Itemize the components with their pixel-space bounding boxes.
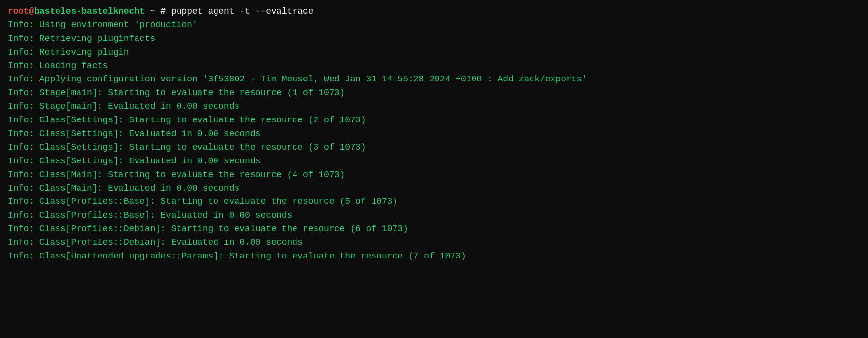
prompt-separator: ~ # [145,6,171,16]
terminal-window: root@basteles-bastelknecht ~ # puppet ag… [8,5,860,263]
terminal-output: Info: Using environment 'production'Info… [8,19,860,263]
output-line-12: Info: Class[Main]: Evaluated in 0.00 sec… [8,182,860,196]
output-line-2: Info: Retrieving plugin [8,46,860,60]
output-line-16: Info: Class[Profiles::Debian]: Evaluated… [8,236,860,250]
output-line-11: Info: Class[Main]: Starting to evaluate … [8,168,860,182]
output-line-3: Info: Loading facts [8,60,860,73]
prompt-at: @ [29,6,34,16]
output-line-1: Info: Retrieving pluginfacts [8,32,860,46]
prompt-line: root@basteles-bastelknecht ~ # puppet ag… [8,5,860,19]
prompt-user: root [8,6,29,16]
output-line-17: Info: Class[Unattended_upgrades::Params]… [8,250,860,263]
output-line-0: Info: Using environment 'production' [8,19,860,32]
prompt-command: puppet agent -t --evaltrace [171,6,314,16]
output-line-4: Info: Applying configuration version '3f… [8,73,860,86]
output-line-15: Info: Class[Profiles::Debian]: Starting … [8,222,860,236]
output-line-14: Info: Class[Profiles::Base]: Evaluated i… [8,209,860,222]
output-line-6: Info: Stage[main]: Evaluated in 0.00 sec… [8,100,860,114]
output-line-9: Info: Class[Settings]: Starting to evalu… [8,141,860,155]
output-line-5: Info: Stage[main]: Starting to evaluate … [8,86,860,100]
output-line-8: Info: Class[Settings]: Evaluated in 0.00… [8,127,860,141]
prompt-host: basteles-bastelknecht [34,6,145,16]
output-line-13: Info: Class[Profiles::Base]: Starting to… [8,195,860,209]
output-line-10: Info: Class[Settings]: Evaluated in 0.00… [8,155,860,168]
output-line-7: Info: Class[Settings]: Starting to evalu… [8,114,860,127]
